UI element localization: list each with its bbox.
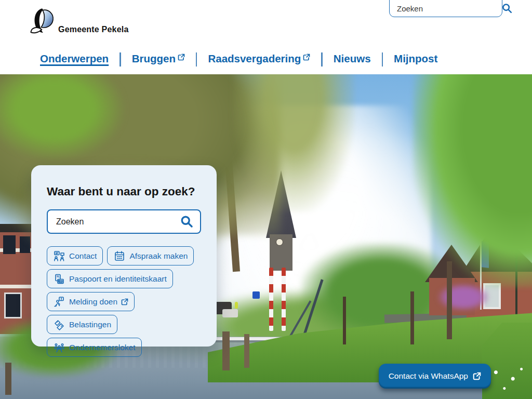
button-label: Belastingen [69,320,111,329]
house-window [3,235,16,254]
calendar-icon [113,250,126,262]
whatsapp-contact-button[interactable]: Contact via WhatsApp [379,364,491,389]
external-link-icon [178,54,185,61]
nav-label: Mijnpost [394,51,437,66]
tree-trunk [410,291,414,344]
nav-separator [382,52,383,66]
svg-text:NL: NL [57,275,60,277]
cyclist [235,302,238,309]
purple-bush [438,284,489,311]
people-table-icon [53,341,65,354]
afspraak-maken-button[interactable]: Afspraak maken [107,246,194,265]
logo[interactable]: Gemeente Pekela [29,6,129,38]
button-label: Melding doen [69,297,117,307]
barrier-pole [269,268,273,331]
button-label: Contact [69,251,97,261]
logo-text: Gemeente Pekela [58,25,129,38]
wooden-mooring-post [244,334,249,368]
melding-doen-button[interactable]: Melding doen [47,292,135,311]
nav-separator [196,52,197,66]
bright-green-foliage [0,74,125,160]
header-search-button[interactable] [501,3,513,14]
external-link-icon [473,372,481,380]
nav-label: Bruggen [132,51,176,66]
card-search [47,209,201,234]
quick-links: Contact Afspraak maken NL Paspoort en id… [47,246,203,357]
external-link-icon [303,54,310,61]
nav-item-raadsvergadering[interactable]: Raadsvergadering [208,51,310,66]
card-title: Waar bent u naar op zoek? [47,185,201,198]
main-navigation: Onderwerpen Bruggen Raadsvergadering [40,51,462,66]
nav-label: Nieuws [334,51,371,66]
button-label: Paspoort en identiteitskaart [69,274,167,284]
pekela-p-logo-icon [29,6,56,38]
external-link-icon [121,298,128,305]
nav-separator [119,52,121,66]
parked-car [222,309,238,317]
nav-label: Raadsvergadering [208,51,301,66]
church-clock [276,238,283,246]
nav-item-mijnpost[interactable]: Mijnpost [394,51,437,66]
nav-item-nieuws[interactable]: Nieuws [334,51,371,66]
header-search [389,0,502,17]
barrier-pole [282,268,286,331]
header-search-input[interactable] [396,4,501,14]
belastingen-button[interactable]: Belastingen [47,315,117,334]
passport-id-card-icon: NL [53,273,65,285]
magnifier-icon [180,215,194,229]
site-header: Gemeente Pekela Onderwerpen Bruggen [0,0,532,74]
paspoort-button[interactable]: NL Paspoort en identiteitskaart [47,269,173,288]
tree-trunk [343,297,346,344]
pekela-homepage: Gemeente Pekela Onderwerpen Bruggen [0,0,532,399]
traffic-sign [252,291,260,299]
card-search-button[interactable] [180,215,194,229]
button-label: Ondernemersloket [69,343,136,352]
nav-label: Onderwerpen [40,51,109,66]
nav-item-onderwerpen[interactable]: Onderwerpen [40,51,109,66]
willow-tree [233,74,355,212]
wooden-mooring-post [222,331,230,370]
large-right-tree [413,74,532,287]
tax-tickets-icon [53,318,65,331]
house-window [4,292,22,318]
card-search-input[interactable] [55,217,180,227]
magnifier-icon [501,3,513,14]
whatsapp-label: Contact via WhatsApp [389,371,468,381]
wooden-mooring-post [5,363,11,395]
white-flowers [487,363,530,395]
nav-item-bruggen[interactable]: Bruggen [132,51,185,66]
people-chat-icon [53,250,65,262]
search-card: Waar bent u naar op zoek? Contact [31,165,217,347]
ondernemersloket-button[interactable]: Ondernemersloket [47,338,142,357]
person-alert-icon [53,296,65,308]
button-label: Afspraak maken [129,251,188,261]
nav-separator [321,52,323,66]
contact-button[interactable]: Contact [47,246,103,265]
